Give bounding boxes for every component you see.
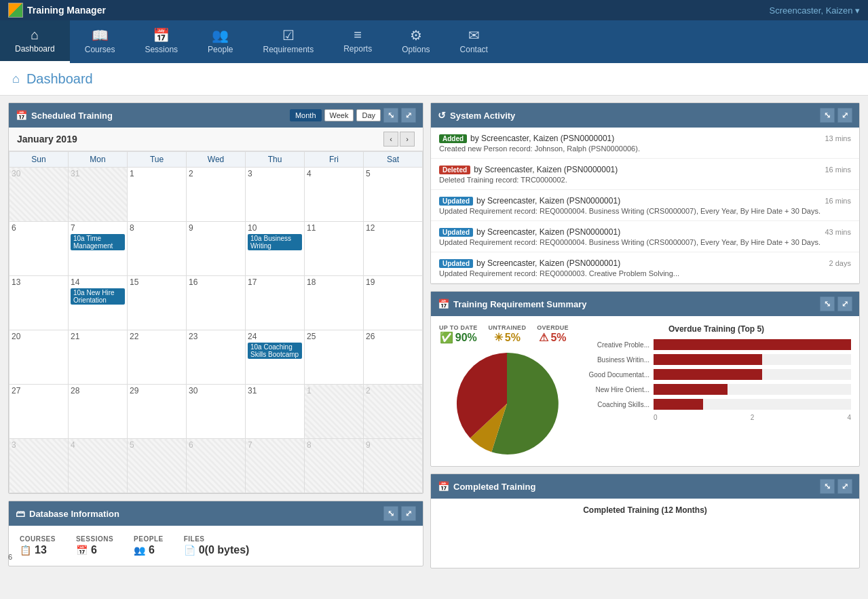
activity-expand-icon[interactable]: ⤢ xyxy=(837,108,852,123)
trs-stat-overdue: OVERDUE ⚠ 5% xyxy=(537,324,569,344)
nav-people[interactable]: 👥 People xyxy=(193,20,248,63)
nav-options[interactable]: ⚙ Options xyxy=(387,20,445,63)
page-title: Dashboard xyxy=(26,71,93,87)
activity-time: 13 mins xyxy=(825,134,851,142)
bar-axis-2: 2 xyxy=(751,414,755,421)
database-info-panel: 🗃 Database Information ⤡ ⤢ COURSES 📋 13 xyxy=(8,501,423,566)
nav-sessions[interactable]: 📅 Sessions xyxy=(130,20,193,63)
cal-cell[interactable]: 1 xyxy=(305,385,364,439)
nav-reports[interactable]: ≡ Reports xyxy=(328,20,387,63)
cal-cell[interactable]: 8 xyxy=(305,439,364,493)
completed-training-header: 📅 Completed Training ⤡ ⤢ xyxy=(431,474,859,499)
activity-detail: Deleted Training record: TRC0000002. xyxy=(439,176,851,184)
cal-cell[interactable]: 9 xyxy=(364,439,423,493)
cal-cell[interactable]: 13 xyxy=(10,276,69,330)
cal-cell[interactable]: 9 xyxy=(187,222,246,276)
cal-cell[interactable]: 26 xyxy=(364,330,423,385)
cal-cell[interactable]: 19 xyxy=(364,276,423,330)
trs-right: Overdue Training (Top 5) Creative Proble… xyxy=(582,324,851,458)
cal-event[interactable]: 10a Business Writing xyxy=(248,234,302,250)
cal-day-num: 24 xyxy=(248,332,302,341)
cal-event[interactable]: 10a New Hire Orientation xyxy=(71,288,125,305)
ct-chart-placeholder: 6 xyxy=(438,520,852,561)
cal-cell[interactable]: 25 xyxy=(305,330,364,385)
trs-expand-icon[interactable]: ⤢ xyxy=(837,296,852,311)
cal-cell[interactable]: 7 xyxy=(246,439,305,493)
cal-day-num: 26 xyxy=(366,332,420,341)
calendar-next-button[interactable]: › xyxy=(400,132,415,147)
activity-badge: Updated xyxy=(439,228,473,237)
nav-dashboard[interactable]: ⌂ Dashboard xyxy=(0,20,70,63)
calendar-resize-icon[interactable]: ⤡ xyxy=(383,108,398,123)
cal-cell[interactable]: 17 xyxy=(246,276,305,330)
cal-cell[interactable]: 27 xyxy=(10,385,69,439)
main-nav: ⌂ Dashboard 📖 Courses 📅 Sessions 👥 Peopl… xyxy=(0,20,868,63)
scheduled-training-header-left: 📅 Scheduled Training xyxy=(16,110,113,121)
cal-cell[interactable]: 23 xyxy=(187,330,246,385)
cal-cell[interactable]: 1410a New Hire Orientation xyxy=(69,276,128,330)
cal-cell[interactable]: 30 xyxy=(187,385,246,439)
trs-title: Training Requirement Summary xyxy=(453,299,587,309)
trs-overdue-icon: ⚠ xyxy=(539,331,548,344)
db-info-expand-icon[interactable]: ⤢ xyxy=(401,506,416,521)
nav-courses[interactable]: 📖 Courses xyxy=(70,20,130,63)
db-stat-sessions-label: SESSIONS xyxy=(76,535,113,543)
cal-day-num: 10 xyxy=(248,223,302,233)
db-stat-sessions: SESSIONS 📅 6 xyxy=(76,535,113,556)
nav-requirements[interactable]: ☑ Requirements xyxy=(248,20,328,63)
cal-cell[interactable]: 31 xyxy=(246,385,305,439)
cal-cell[interactable]: 30 xyxy=(10,168,69,222)
nav-contact-label: Contact xyxy=(460,45,488,54)
cal-cell[interactable]: 18 xyxy=(305,276,364,330)
activity-resize-icon[interactable]: ⤡ xyxy=(820,108,835,123)
db-stat-people-value: 👥 6 xyxy=(134,544,155,556)
cal-cell[interactable]: 28 xyxy=(69,385,128,439)
cal-cell[interactable]: 4 xyxy=(305,168,364,222)
calendar-expand-icon[interactable]: ⤢ xyxy=(401,108,416,123)
cal-cell[interactable]: 29 xyxy=(128,385,187,439)
cal-cell[interactable]: 710a Time Management xyxy=(69,222,128,276)
cal-cell[interactable]: 8 xyxy=(128,222,187,276)
cal-cell[interactable]: 2410a Coaching Skills Bootcamp xyxy=(246,330,305,385)
trs-resize-icon[interactable]: ⤡ xyxy=(820,296,835,311)
cal-event[interactable]: 10a Coaching Skills Bootcamp xyxy=(248,343,302,359)
cal-cell[interactable]: 12 xyxy=(364,222,423,276)
ct-resize-icon[interactable]: ⤡ xyxy=(820,479,835,494)
nav-contact[interactable]: ✉ Contact xyxy=(445,20,503,63)
cal-cell[interactable]: 5 xyxy=(128,439,187,493)
cal-cell[interactable]: 15 xyxy=(128,276,187,330)
cal-cell[interactable]: 11 xyxy=(305,222,364,276)
month-view-button[interactable]: Month xyxy=(290,109,322,121)
cal-cell[interactable]: 20 xyxy=(10,330,69,385)
nav-sessions-label: Sessions xyxy=(145,45,178,54)
cal-cell[interactable]: 3 xyxy=(10,439,69,493)
cal-cell[interactable]: 21 xyxy=(69,330,128,385)
db-info-resize-icon[interactable]: ⤡ xyxy=(383,506,398,521)
user-menu[interactable]: Screencaster, Kaizen ▾ xyxy=(770,5,860,16)
activity-detail: Updated Requirement record: REQ0000003. … xyxy=(439,269,851,277)
cal-cell[interactable]: 22 xyxy=(128,330,187,385)
cal-event[interactable]: 10a Time Management xyxy=(71,234,125,250)
cal-cell[interactable]: 6 xyxy=(10,222,69,276)
cal-cell[interactable]: 2 xyxy=(364,385,423,439)
requirements-icon: ☑ xyxy=(282,27,295,43)
cal-cell[interactable]: 3 xyxy=(246,168,305,222)
cal-cell[interactable]: 1 xyxy=(128,168,187,222)
trs-uptodate-label: UP TO DATE xyxy=(439,324,478,331)
cal-cell[interactable]: 5 xyxy=(364,168,423,222)
cal-cell[interactable]: 31 xyxy=(69,168,128,222)
activity-by: by Screencaster, Kaizen (PSN0000001) xyxy=(476,258,620,268)
activity-time: 43 mins xyxy=(825,228,851,236)
cal-cell[interactable]: 16 xyxy=(187,276,246,330)
cal-cell[interactable]: 6 xyxy=(187,439,246,493)
ct-expand-icon[interactable]: ⤢ xyxy=(837,479,852,494)
scheduled-training-title: Scheduled Training xyxy=(31,111,113,121)
week-view-button[interactable]: Week xyxy=(324,109,354,121)
cal-day-num: 15 xyxy=(130,277,184,287)
activity-badge: Deleted xyxy=(439,166,470,174)
cal-cell[interactable]: 4 xyxy=(69,439,128,493)
cal-cell[interactable]: 2 xyxy=(187,168,246,222)
calendar-prev-button[interactable]: ‹ xyxy=(383,132,398,147)
cal-cell[interactable]: 1010a Business Writing xyxy=(246,222,305,276)
day-view-button[interactable]: Day xyxy=(356,109,381,121)
